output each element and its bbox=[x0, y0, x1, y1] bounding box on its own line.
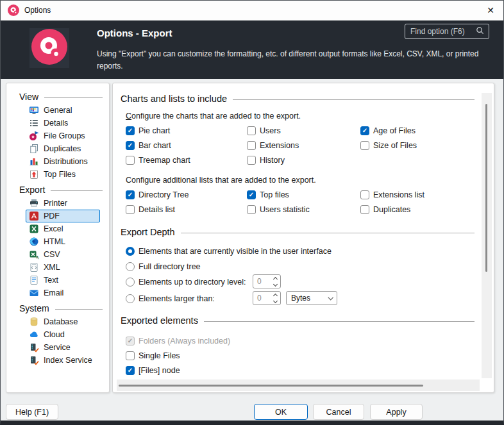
chevron-up-icon[interactable] bbox=[273, 293, 277, 297]
checkbox-pie-chart[interactable]: Pie chart bbox=[126, 123, 247, 138]
sidebar-item-file-groups[interactable]: File Groups bbox=[26, 129, 100, 142]
section-title: Charts and lists to include bbox=[121, 94, 227, 104]
checkbox-users[interactable]: Users bbox=[247, 123, 360, 138]
checkbox-duplicates[interactable]: Duplicates bbox=[360, 202, 494, 217]
lists-config-label: Configure additional lists that are adde… bbox=[126, 176, 494, 185]
search-icon[interactable] bbox=[475, 26, 485, 38]
checkbox-icon bbox=[126, 126, 135, 135]
radio-elements-larger-than[interactable]: Elements larger than: 0 Bytes bbox=[126, 291, 494, 306]
section-title: Export Depth bbox=[121, 227, 175, 237]
chevron-down-icon[interactable] bbox=[273, 281, 277, 286]
sidebar-item-xml[interactable]: XML bbox=[26, 261, 100, 274]
help-button[interactable]: Help (F1) bbox=[6, 404, 58, 420]
sidebar-item-email[interactable]: Email bbox=[26, 287, 100, 299]
section-exported-elements: Exported elements bbox=[121, 314, 475, 327]
excel-icon bbox=[29, 224, 39, 234]
cancel-button[interactable]: Cancel bbox=[313, 404, 364, 420]
radio-elements-up-to-level[interactable]: Elements up to directory level: 0 bbox=[126, 274, 494, 290]
sidebar-item-csv[interactable]: a, CSV bbox=[26, 248, 100, 261]
spinner-value: 0 bbox=[253, 294, 271, 303]
checkbox-label: Size of Files bbox=[373, 141, 417, 150]
chevron-up-icon[interactable] bbox=[273, 276, 277, 281]
group-divider bbox=[55, 309, 103, 310]
sidebar-item-label: File Groups bbox=[44, 131, 85, 140]
checkbox-label: Extensions list bbox=[373, 190, 424, 199]
duplicates-icon bbox=[29, 144, 39, 154]
close-icon[interactable]: ✕ bbox=[478, 1, 503, 20]
sidebar-item-database[interactable]: Database bbox=[26, 315, 100, 328]
checkbox-users-statistic[interactable]: Users statistic bbox=[247, 202, 360, 217]
checkbox-extensions[interactable]: Extensions bbox=[247, 138, 360, 153]
service-icon bbox=[29, 342, 39, 353]
sidebar-item-general[interactable]: General bbox=[26, 104, 100, 117]
text-doc-icon bbox=[29, 275, 39, 285]
checkbox-icon bbox=[360, 126, 369, 135]
checkbox-bar-chart[interactable]: Bar chart bbox=[126, 138, 247, 153]
checkbox-files-node[interactable]: [Files] node bbox=[126, 363, 494, 378]
radio-visible-elements[interactable]: Elements that are currently visible in t… bbox=[126, 244, 494, 259]
pdf-icon bbox=[29, 211, 39, 221]
checkbox-age-of-files[interactable]: Age of Files bbox=[360, 123, 494, 138]
checkbox-label: Treemap chart bbox=[139, 156, 190, 165]
settings-content: Charts and lists to include Configure th… bbox=[113, 83, 494, 378]
brand-logo-icon bbox=[31, 29, 67, 67]
sidebar-item-details[interactable]: Details bbox=[26, 117, 100, 129]
size-unit-select[interactable]: Bytes bbox=[286, 291, 337, 305]
sidebar-item-pdf[interactable]: PDF bbox=[26, 210, 100, 222]
sidebar-group-view: View bbox=[6, 90, 109, 104]
vertical-scrollbar-thumb[interactable] bbox=[485, 104, 487, 272]
size-spinner[interactable]: 0 bbox=[253, 291, 281, 305]
radio-icon bbox=[126, 278, 135, 287]
sidebar-item-excel[interactable]: Excel bbox=[26, 222, 100, 235]
checkbox-details-list[interactable]: Details list bbox=[126, 202, 247, 217]
sidebar-item-printer[interactable]: Printer bbox=[26, 197, 100, 210]
sidebar-item-index-service[interactable]: Index Service bbox=[26, 354, 100, 367]
sidebar-item-cloud[interactable]: Cloud bbox=[26, 328, 100, 341]
checkbox-label: Age of Files bbox=[373, 126, 416, 135]
checkbox-directory-tree[interactable]: Directory Tree bbox=[126, 187, 247, 202]
sidebar-item-top-files[interactable]: Top Files bbox=[26, 168, 100, 181]
horizontal-scrollbar[interactable] bbox=[117, 379, 480, 391]
checkbox-extensions-list[interactable]: Extensions list bbox=[360, 187, 494, 202]
find-option-searchbox[interactable] bbox=[405, 24, 489, 39]
bar-chart-icon bbox=[29, 156, 39, 167]
checkbox-top-files[interactable]: Top files bbox=[247, 187, 360, 202]
html-icon bbox=[29, 237, 39, 247]
sidebar-item-duplicates[interactable]: Duplicates bbox=[26, 142, 100, 155]
checkbox-label: [Files] node bbox=[139, 366, 180, 375]
sidebar-item-service[interactable]: Service bbox=[26, 341, 100, 354]
spinner-arrows[interactable] bbox=[271, 293, 280, 304]
checkbox-label: Directory Tree bbox=[139, 190, 189, 199]
checkbox-history[interactable]: History bbox=[247, 153, 360, 167]
radio-full-directory-tree[interactable]: Full directory tree bbox=[126, 259, 494, 274]
checkbox-label: Single Files bbox=[139, 351, 180, 360]
ok-button[interactable]: OK bbox=[254, 404, 308, 420]
sidebar-item-distributions[interactable]: Distributions bbox=[26, 155, 100, 168]
checkbox-treemap-chart[interactable]: Treemap chart bbox=[126, 153, 247, 167]
brand-logo-tile bbox=[29, 28, 69, 68]
app-logo-icon bbox=[8, 4, 19, 16]
vertical-scrollbar[interactable] bbox=[482, 93, 492, 378]
details-list-icon bbox=[29, 118, 39, 128]
checkbox-label: Folders (Always included) bbox=[139, 337, 230, 346]
horizontal-scrollbar-thumb[interactable] bbox=[119, 385, 423, 387]
sidebar-item-text[interactable]: Text bbox=[26, 274, 100, 287]
directory-level-spinner[interactable]: 0 bbox=[253, 274, 281, 288]
checkbox-icon bbox=[126, 366, 135, 375]
search-input[interactable] bbox=[410, 27, 475, 36]
checkbox-icon bbox=[126, 156, 135, 165]
selected-unit: Bytes bbox=[291, 294, 310, 303]
checkbox-single-files[interactable]: Single Files bbox=[126, 348, 494, 363]
checkbox-size-of-files[interactable]: Size of Files bbox=[360, 138, 494, 153]
sidebar-item-label: Text bbox=[44, 276, 58, 285]
sidebar-item-label: General bbox=[44, 106, 72, 115]
chevron-down-icon[interactable] bbox=[273, 298, 277, 303]
spinner-arrows[interactable] bbox=[271, 276, 280, 287]
section-title: Exported elements bbox=[121, 315, 198, 326]
apply-button[interactable]: Apply bbox=[370, 404, 423, 420]
group-label: View bbox=[19, 92, 38, 102]
checkbox-icon bbox=[360, 190, 369, 199]
radio-label: Elements up to directory level: bbox=[139, 278, 246, 287]
sidebar-item-html[interactable]: HTML bbox=[26, 235, 100, 248]
checkbox-icon bbox=[126, 205, 135, 214]
